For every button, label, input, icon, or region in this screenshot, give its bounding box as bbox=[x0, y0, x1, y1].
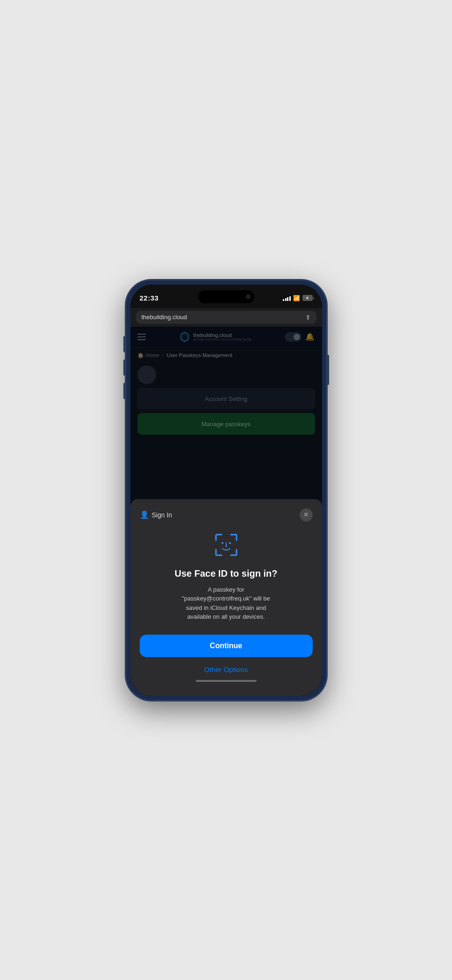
passkey-email: "passkey@controlfreq.uk" will be bbox=[182, 595, 270, 602]
other-options-button[interactable]: Other Options bbox=[140, 663, 313, 676]
phone-screen: 22:33 📶 8 bbox=[130, 285, 322, 696]
svg-point-2 bbox=[222, 542, 223, 544]
close-icon: ✕ bbox=[303, 511, 309, 518]
web-content: thebuilding.cloud ALPHA CONTROL ECOSYSTE… bbox=[130, 327, 322, 696]
url-bar[interactable]: thebuilding.cloud ⬆ bbox=[136, 311, 316, 324]
signal-bar-1 bbox=[283, 299, 284, 301]
status-time: 22:33 bbox=[140, 294, 159, 302]
signal-bar-3 bbox=[287, 297, 288, 301]
sheet-header: 👤 Sign In ✕ bbox=[140, 508, 313, 522]
url-text: thebuilding.cloud bbox=[142, 314, 187, 321]
browser-bar: thebuilding.cloud ⬆ bbox=[130, 308, 322, 327]
battery-icon: 8 bbox=[302, 295, 313, 301]
status-icons: 📶 8 bbox=[283, 295, 313, 301]
phone-frame: 22:33 📶 8 bbox=[126, 280, 327, 701]
sign-in-icon: 👤 bbox=[140, 510, 149, 519]
signal-bar-2 bbox=[285, 298, 287, 301]
share-icon[interactable]: ⬆ bbox=[305, 314, 311, 321]
signal-bar-4 bbox=[289, 296, 291, 301]
wifi-icon: 📶 bbox=[293, 295, 300, 301]
camera-dot bbox=[246, 294, 251, 299]
sheet-title: Use Face ID to sign in? bbox=[140, 567, 313, 579]
sheet-description: A passkey for "passkey@controlfreq.uk" w… bbox=[140, 585, 313, 622]
notch-pill bbox=[198, 290, 254, 303]
home-indicator bbox=[196, 680, 257, 682]
face-id-icon-wrap bbox=[140, 531, 313, 559]
bottom-sheet: 👤 Sign In ✕ bbox=[130, 499, 322, 696]
face-id-icon bbox=[212, 531, 240, 559]
status-bar: 22:33 📶 8 bbox=[130, 285, 322, 308]
sign-in-label: 👤 Sign In bbox=[140, 510, 172, 519]
svg-point-3 bbox=[229, 542, 231, 544]
screen-inner: 22:33 📶 8 bbox=[130, 285, 322, 696]
signal-bars-icon bbox=[283, 295, 291, 301]
close-button[interactable]: ✕ bbox=[300, 508, 313, 522]
continue-button[interactable]: Continue bbox=[140, 635, 313, 657]
page-wrapper: 22:33 📶 8 bbox=[0, 0, 452, 980]
